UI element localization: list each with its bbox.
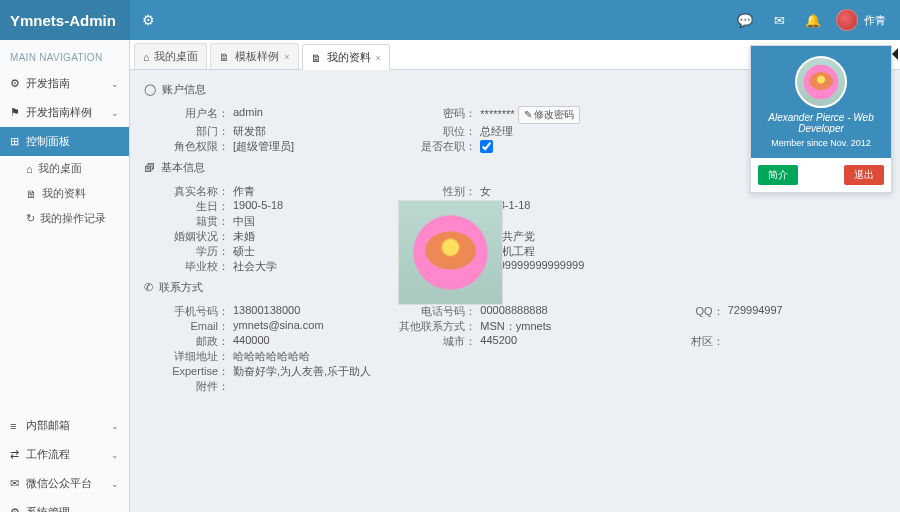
popover-name: Alexander Pierce - Web Developer (757, 112, 885, 134)
popover-since: Member since Nov. 2012 (771, 138, 870, 148)
nav-header: MAIN NAVIGATION (0, 46, 129, 69)
brand[interactable]: Ymnets-Admin (0, 0, 130, 40)
bell-icon[interactable]: 🔔 (796, 13, 830, 28)
sidebar-item-guide[interactable]: ⚙ 开发指南 ⌄ (0, 69, 129, 98)
refresh-icon: ↻ (26, 212, 35, 225)
username-value: admin (229, 106, 263, 124)
onjob-checkbox[interactable] (480, 140, 493, 153)
sidebar-sub-profile[interactable]: 🗎我的资料 (0, 181, 129, 206)
chevron-down-icon: ⌄ (111, 137, 119, 147)
list-icon: ≡ (10, 420, 26, 432)
home-icon: ⌂ (143, 51, 149, 63)
card-icon: 🗊 (144, 162, 155, 174)
home-icon: ⌂ (26, 163, 33, 175)
sidebar: MAIN NAVIGATION ⚙ 开发指南 ⌄ ⚑ 开发指南样例 ⌄ ⊞ 控制… (0, 40, 130, 512)
sidebar-item-wechat[interactable]: ✉微信公众平台⌄ (0, 469, 129, 498)
sidebar-item-workflow[interactable]: ⇄工作流程⌄ (0, 440, 129, 469)
avatar-large (795, 56, 847, 108)
file-icon: 🗎 (311, 52, 322, 64)
file-icon: 🗎 (26, 188, 37, 200)
chat-icon[interactable]: 💬 (728, 13, 762, 28)
section-contact: ✆联系方式 (144, 274, 886, 300)
mail-icon[interactable]: ✉ (762, 13, 796, 28)
profile-button[interactable]: 简介 (758, 165, 798, 185)
close-icon[interactable]: × (284, 52, 289, 62)
change-password-button[interactable]: ✎ 修改密码 (518, 106, 581, 124)
gear-icon: ⚙ (10, 506, 26, 512)
wechat-icon: ✉ (10, 477, 26, 490)
phone-icon: ✆ (144, 281, 153, 294)
profile-photo (398, 200, 503, 305)
sidebar-sub-logs[interactable]: ↻我的操作记录 (0, 206, 129, 231)
flow-icon: ⇄ (10, 448, 26, 461)
sidebar-toggle-icon[interactable]: ⚙ (130, 12, 166, 28)
close-icon[interactable]: × (376, 53, 381, 63)
tab-profile[interactable]: 🗎我的资料× (302, 44, 390, 70)
tab-desktop[interactable]: ⌂我的桌面 (134, 43, 207, 69)
file-icon: 🗎 (219, 51, 230, 63)
user-menu[interactable]: 作青 (830, 9, 900, 31)
user-popover: Alexander Pierce - Web Developer Member … (750, 45, 892, 193)
flag-icon: ⚑ (10, 106, 26, 119)
sidebar-sub-desktop[interactable]: ⌂我的桌面 (0, 156, 129, 181)
sidebar-item-samples[interactable]: ⚑ 开发指南样例 ⌄ (0, 98, 129, 127)
tab-template[interactable]: 🗎模板样例× (210, 43, 298, 69)
avatar-icon (836, 9, 858, 31)
user-name: 作青 (864, 13, 886, 28)
sidebar-item-inbox[interactable]: ≡内部邮箱⌄ (0, 411, 129, 440)
popover-caret-icon (892, 48, 898, 60)
chevron-down-icon: ⌄ (111, 79, 119, 89)
chevron-down-icon: ⌄ (111, 108, 119, 118)
sidebar-item-system[interactable]: ⚙系统管理⌄ (0, 498, 129, 512)
logout-button[interactable]: 退出 (844, 165, 884, 185)
grid-icon: ⊞ (10, 135, 26, 148)
sidebar-item-dashboard[interactable]: ⊞ 控制面板 ⌄ (0, 127, 129, 156)
gear-icon: ⚙ (10, 77, 26, 90)
user-icon: ◯ (144, 83, 156, 96)
